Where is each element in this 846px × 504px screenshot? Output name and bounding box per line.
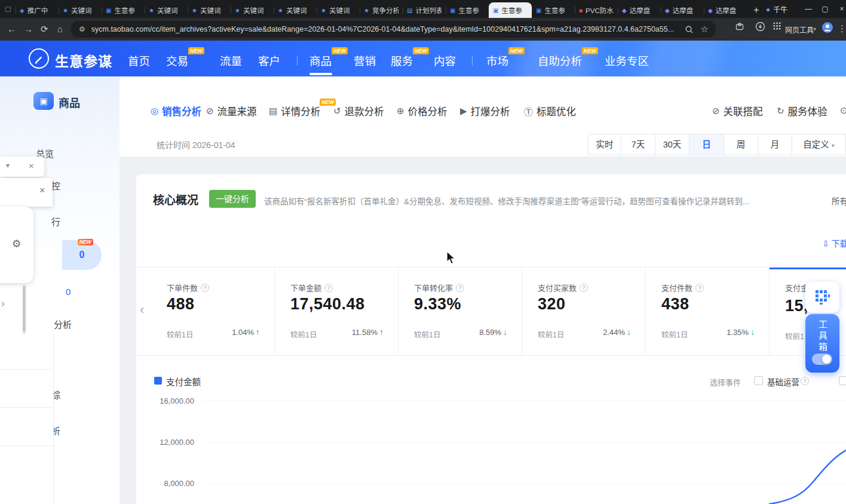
browser-tab[interactable]: ◈推广中 — [16, 2, 59, 18]
metric-card-order-items[interactable]: 下单件数? 488 较前1日 1.04%↑ — [151, 268, 275, 355]
nav-item-content[interactable]: 内容 — [434, 53, 456, 68]
toolbox-app-icon[interactable] — [805, 282, 839, 313]
nav-item-business-zone[interactable]: 业务专区 — [605, 53, 649, 68]
date-option-week[interactable]: 周 — [724, 134, 758, 155]
nav-item-product[interactable]: 商品NEW — [309, 53, 332, 68]
floating-panel[interactable]: × — [0, 178, 53, 207]
nav-item-home[interactable]: 首页 — [128, 53, 150, 68]
extensions-icon[interactable] — [735, 21, 744, 31]
app-logo-title[interactable]: 生意参谋 — [55, 50, 112, 70]
bookmark-star-icon[interactable]: ☆ — [701, 24, 709, 35]
one-click-analyze-button[interactable]: 一键分析 — [209, 190, 256, 208]
metric-card-order-conversion[interactable]: 下单转化率? 9.33% 较前1日 8.59%↓ — [399, 268, 522, 355]
link-service-experience[interactable]: ↻服务体验 — [777, 104, 827, 118]
browser-tab[interactable]: ★关键词 — [59, 2, 102, 18]
nav-item-service[interactable]: 服务NEW — [391, 53, 413, 68]
nav-item-trade[interactable]: 交易NEW — [166, 53, 188, 68]
browser-tab[interactable]: ★关键词 — [231, 2, 274, 18]
sidebar-item-fragment[interactable]: 行 — [51, 215, 60, 228]
url-text[interactable]: sycm.taobao.com/cc/item_archives?activeK… — [91, 25, 685, 33]
tab-search-icon[interactable]: ▢ — [5, 5, 11, 13]
nav-item-marketing[interactable]: 营销 — [354, 53, 376, 68]
browser-tab[interactable]: ◆达摩盘 — [704, 2, 747, 18]
home-icon[interactable]: ⌂ — [57, 24, 63, 34]
chevron-right-icon[interactable]: › — [1, 297, 5, 310]
maximize-button[interactable]: ▢ — [817, 0, 833, 18]
browser-tab[interactable]: ■PVC防水 — [575, 2, 618, 18]
zoom-icon[interactable] — [685, 25, 694, 34]
tab-price-analysis[interactable]: ⊕价格分析 — [397, 104, 447, 118]
date-option-custom[interactable]: 自定义▾ — [792, 134, 846, 155]
browser-tab-active[interactable]: ▣生意参 — [489, 2, 532, 18]
floating-panel[interactable]: ▾ × — [0, 156, 44, 177]
link-related-match[interactable]: ⊘关联搭配 — [712, 104, 763, 118]
profile-avatar[interactable] — [822, 21, 833, 33]
y-axis-tick: 12,000.00 — [143, 438, 194, 447]
floating-panel[interactable]: ⚙ — [0, 207, 33, 283]
info-icon[interactable]: ? — [801, 377, 809, 385]
tab-refund-analysis[interactable]: ↺退款分析 — [333, 104, 384, 118]
back-icon[interactable]: ← — [7, 24, 16, 34]
forward-icon[interactable]: → — [24, 24, 33, 34]
download-link[interactable]: ⇩ 下载 — [822, 237, 846, 249]
info-icon[interactable]: ? — [456, 284, 464, 292]
browser-tab[interactable]: ◆达摩盘 — [661, 2, 704, 18]
info-icon[interactable]: ? — [324, 284, 333, 292]
date-option-7d[interactable]: 7天 — [621, 134, 655, 155]
web-tools-label[interactable]: 网页工具 — [785, 24, 814, 35]
browser-menu-icon[interactable]: ⋮ — [838, 23, 846, 34]
tab-sales-analysis[interactable]: ◎销售分析 — [151, 104, 201, 118]
sycm-logo-icon[interactable] — [29, 48, 49, 69]
date-option-day[interactable]: 日 — [689, 134, 724, 155]
collapse-icon[interactable]: ▾ — [6, 161, 10, 170]
date-option-30d[interactable]: 30天 — [655, 134, 689, 155]
info-icon[interactable]: ? — [201, 284, 209, 292]
browser-tab[interactable]: ◆达摩盘 — [618, 2, 661, 18]
minimize-button[interactable]: — — [801, 0, 816, 18]
clipped-checkbox[interactable] — [839, 376, 846, 385]
close-button[interactable]: × — [834, 0, 846, 18]
nav-item-self-analysis[interactable]: 自助分析NEW — [538, 53, 582, 68]
browser-tab[interactable]: ★关键词 — [145, 2, 188, 18]
toolbox-toggle[interactable] — [812, 354, 832, 365]
metric-card-order-amount[interactable]: 下单金额? 17,540.48 较前1日 11.58%↑ — [275, 268, 399, 355]
browser-tab[interactable]: ▣生意参 — [102, 2, 145, 18]
browser-tab[interactable]: ▣生意参 — [532, 2, 575, 18]
gear-icon[interactable]: ⚙ — [12, 238, 21, 250]
metric-card-paid-items[interactable]: 支付件数? 438 较前1日 1.35%↓ — [646, 268, 770, 355]
tab-hit-analysis[interactable]: ▶打爆分析 — [460, 104, 510, 118]
site-settings-icon[interactable]: ⚙ — [79, 25, 85, 33]
date-option-realtime[interactable]: 实时 — [588, 134, 621, 155]
basic-operation-label[interactable]: 基础运营 — [767, 376, 799, 388]
browser-tab[interactable]: ★关键词 — [188, 2, 231, 18]
sidebar-item-fragment[interactable]: 控 — [51, 179, 60, 192]
tab-title-optimize[interactable]: Ⓣ标题优化 — [524, 104, 576, 118]
info-icon[interactable]: ? — [695, 284, 704, 292]
basic-operation-checkbox[interactable] — [754, 376, 763, 385]
browser-tab[interactable]: ▣生意参 — [446, 2, 489, 18]
new-tab-button[interactable]: + — [749, 3, 764, 17]
browser-tab[interactable]: ▤计划列表 — [403, 2, 446, 18]
browser-tab[interactable]: ★关键词 — [274, 2, 317, 18]
sidebar-item-analysis[interactable]: 分析 — [54, 318, 72, 330]
toolbox-panel[interactable]: 工具箱 — [805, 314, 839, 373]
browser-tab[interactable]: ★竞争分析 — [360, 2, 403, 18]
scrollbar-thumb[interactable] — [23, 285, 26, 332]
nav-item-market[interactable]: 市场NEW — [486, 53, 508, 68]
browser-tab[interactable]: ★关键词 — [317, 2, 360, 18]
nav-item-customer[interactable]: 客户 — [258, 53, 280, 68]
nav-item-traffic[interactable]: 流量 — [220, 53, 242, 68]
tab-detail-analysis[interactable]: ▤详情分析NEW — [269, 104, 320, 118]
close-icon[interactable]: × — [39, 185, 45, 196]
pinned-app-chip[interactable]: ●千牛 — [766, 4, 787, 14]
address-bar[interactable]: ⚙ sycm.taobao.com/cc/item_archives?activ… — [70, 21, 716, 38]
metric-card-paid-buyers[interactable]: 支付买家数? 320 较前1日 2.44%↓ — [522, 268, 646, 355]
info-icon[interactable]: ? — [580, 284, 588, 292]
downloads-icon[interactable] — [755, 21, 765, 32]
close-icon[interactable]: × — [29, 161, 34, 171]
cards-prev-button[interactable]: ‹ — [140, 302, 144, 318]
reload-icon[interactable]: ⟳ — [41, 24, 48, 35]
date-option-month[interactable]: 月 — [758, 134, 792, 155]
web-tools-grid-icon[interactable] — [773, 21, 781, 30]
tab-traffic-source[interactable]: ⊘流量来源 — [206, 104, 257, 118]
